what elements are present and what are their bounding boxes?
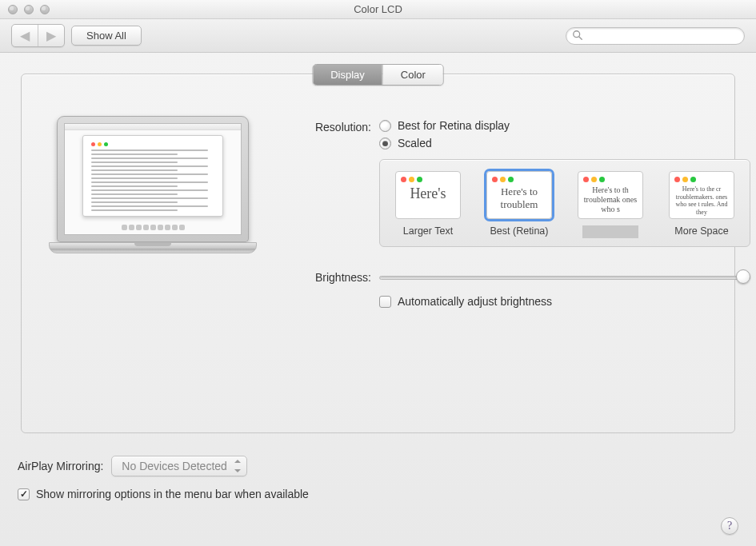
- toolbar: ◀ ▶ Show All: [0, 19, 756, 53]
- airplay-popup[interactable]: No Devices Detected: [111, 456, 247, 476]
- scale-option-label: Larger Text: [391, 225, 465, 238]
- search-input[interactable]: [566, 27, 745, 45]
- scale-option-best-retina[interactable]: Here's to troublem Best (Retina): [482, 171, 556, 238]
- scale-thumb-text: Here's to the cr troublemakers. ones who…: [674, 185, 729, 216]
- zoom-window-icon[interactable]: [40, 5, 50, 14]
- window-title: Color LCD: [0, 3, 756, 15]
- help-button[interactable]: ?: [721, 517, 738, 535]
- airplay-label: AirPlay Mirroring:: [18, 460, 103, 472]
- resolution-radio-scaled[interactable]: Scaled: [379, 137, 750, 149]
- scale-option-more-space[interactable]: Here's to the cr troublemakers. ones who…: [665, 171, 738, 238]
- radio-label: Scaled: [398, 137, 432, 149]
- bottom-area: AirPlay Mirroring: No Devices Detected S…: [0, 444, 756, 505]
- radio-label: Best for Retina display: [398, 119, 510, 132]
- display-preview: [49, 116, 257, 253]
- scale-option-larger-text[interactable]: Here's Larger Text: [391, 171, 465, 238]
- display-settings-group: Display Color: [21, 74, 735, 433]
- tab-color[interactable]: Color: [382, 65, 443, 85]
- checkbox-label: Show mirroring options in the menu bar w…: [36, 488, 309, 500]
- resolution-label: Resolution:: [279, 119, 371, 134]
- content: Display Color: [0, 53, 756, 444]
- scale-option-label: More Space: [665, 225, 738, 238]
- scaled-options-panel: Here's Larger Text Here's to troublem Be…: [379, 159, 750, 247]
- titlebar: Color LCD: [0, 0, 756, 19]
- checkbox-label: Automatically adjust brightness: [398, 295, 552, 308]
- svg-point-0: [574, 30, 580, 37]
- window-controls: [0, 5, 50, 14]
- svg-line-1: [579, 36, 582, 38]
- scale-thumb-text: Here's: [401, 185, 455, 203]
- scale-thumb-text: Here's to troublem: [492, 185, 546, 210]
- radio-icon: [379, 120, 391, 132]
- brightness-label: Brightness:: [279, 269, 371, 284]
- tab-segment: Display Color: [312, 64, 444, 86]
- resolution-radio-best[interactable]: Best for Retina display: [379, 119, 750, 132]
- controls: Resolution: Best for Retina display Scal…: [279, 111, 750, 317]
- airplay-selected: No Devices Detected: [122, 460, 227, 472]
- back-button[interactable]: ◀: [12, 25, 38, 46]
- search-icon: [572, 30, 583, 43]
- scale-option-label: [582, 225, 638, 238]
- show-all-button[interactable]: Show All: [71, 26, 142, 46]
- slider-knob-icon[interactable]: [736, 269, 750, 284]
- show-mirroring-checkbox[interactable]: Show mirroring options in the menu bar w…: [18, 488, 309, 500]
- close-window-icon[interactable]: [8, 5, 18, 14]
- nav-buttons: ◀ ▶: [11, 24, 65, 47]
- forward-button[interactable]: ▶: [38, 25, 64, 46]
- auto-brightness-checkbox[interactable]: Automatically adjust brightness: [379, 295, 750, 308]
- minimize-window-icon[interactable]: [24, 5, 34, 14]
- brightness-slider[interactable]: [379, 269, 750, 285]
- radio-icon: [379, 137, 391, 149]
- tab-display[interactable]: Display: [313, 65, 382, 85]
- search-field-wrap: [566, 27, 745, 45]
- checkbox-icon: [18, 488, 30, 500]
- checkbox-icon: [379, 296, 391, 308]
- scale-option-mid[interactable]: Here's to th troublemak ones who s: [574, 171, 647, 238]
- scale-thumb-text: Here's to th troublemak ones who s: [583, 185, 638, 214]
- scale-option-label: Best (Retina): [482, 225, 556, 238]
